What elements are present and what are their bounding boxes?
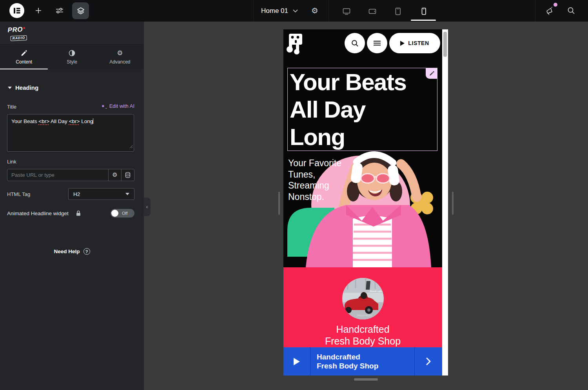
tab-style[interactable]: Style	[48, 45, 96, 69]
device-mobile-button[interactable]	[416, 5, 432, 17]
tab-advanced[interactable]: ⚙ Advanced	[96, 45, 144, 69]
listen-button[interactable]: LISTEN	[389, 33, 440, 53]
card-caption[interactable]: Handcrafted Fresh Body Shop	[325, 323, 401, 347]
hamburger-icon	[373, 40, 381, 46]
toolbar-divider	[328, 0, 329, 22]
ai-sparkle-icon: ✦ˍ	[101, 103, 107, 109]
title-br-token: <br>	[38, 118, 49, 124]
link-options-button[interactable]: ⚙	[108, 169, 121, 181]
title-text: All Day	[49, 118, 69, 124]
animated-headline-toggle[interactable]: Off	[111, 209, 134, 218]
link-label: Link	[7, 159, 16, 165]
page-selector-label: Home 01	[261, 7, 288, 15]
heading-line: All Day	[290, 96, 437, 123]
html-tag-select[interactable]: H2	[68, 188, 134, 200]
menu-button[interactable]	[367, 33, 387, 53]
toolbar-divider	[535, 0, 535, 22]
card-caption-line: Fresh Body Shop	[325, 335, 401, 347]
link-url-input[interactable]	[7, 169, 108, 181]
need-help-link[interactable]: Need Help ?	[0, 248, 144, 255]
preview-page: LISTEN	[283, 29, 442, 375]
photo-script-text: Handcrafted	[369, 290, 384, 293]
horizontal-scrollbar[interactable]	[354, 378, 378, 381]
plus-icon	[35, 7, 42, 14]
device-tablet-button[interactable]	[390, 5, 406, 17]
device-desktop-button[interactable]	[339, 5, 354, 17]
site-settings-button[interactable]: ⚙	[309, 4, 321, 17]
resize-handle-left[interactable]	[278, 192, 280, 215]
player-title-line: Fresh Body Shop	[317, 361, 414, 371]
player-play-button[interactable]	[283, 347, 310, 375]
selected-heading-widget[interactable]: Your Beats All Day Long	[287, 68, 437, 151]
link-field-group: ⚙	[7, 169, 134, 181]
heading-line: Long	[290, 123, 437, 151]
elementor-panel: PRO RADIO Content Style ⚙ Advanced Headi…	[0, 22, 144, 390]
tab-label: Content	[16, 59, 32, 65]
tab-label: Style	[67, 59, 77, 65]
play-icon	[400, 41, 405, 46]
navigator-button[interactable]	[72, 2, 89, 19]
elementor-logo[interactable]	[9, 3, 24, 18]
tab-label: Advanced	[109, 59, 130, 65]
card-caption-line: Handcrafted	[325, 323, 401, 335]
preview-scrollbar-track[interactable]	[442, 29, 448, 375]
chevron-down-icon	[293, 9, 298, 13]
listen-label: LISTEN	[408, 40, 429, 46]
vintage-car-photo: Handcrafted FRESH BODY	[342, 278, 384, 319]
player-track-title[interactable]: Handcrafted Fresh Body Shop	[310, 347, 414, 375]
resize-handle-right[interactable]	[452, 192, 454, 215]
edit-with-ai-button[interactable]: ✦ˍ Edit with AI	[101, 103, 134, 109]
layers-icon	[76, 7, 85, 15]
finder-search-button[interactable]	[565, 4, 577, 17]
chevron-down-icon	[125, 193, 129, 195]
widget-edit-handle[interactable]	[426, 68, 437, 79]
add-element-button[interactable]	[32, 4, 45, 17]
notification-dot	[554, 3, 557, 7]
preview-scrollbar-thumb[interactable]	[443, 32, 447, 57]
brand-bottom-text: RADIO	[10, 35, 27, 41]
tablet-icon	[394, 7, 401, 15]
player-bar: Handcrafted Fresh Body Shop	[283, 347, 442, 375]
device-laptop-button[interactable]	[365, 5, 380, 17]
settings-sliders-button[interactable]	[53, 4, 66, 17]
html-tag-label: HTML Tag	[7, 191, 30, 197]
site-logo[interactable]	[285, 33, 304, 57]
brand-top-text: PRO	[7, 25, 27, 34]
gear-icon: ⚙	[112, 172, 117, 178]
whats-new-button[interactable]	[544, 4, 556, 17]
svg-text:FRESH BODY: FRESH BODY	[357, 314, 372, 317]
subtitle-line: Tunes,	[288, 169, 341, 180]
player-title-line: Handcrafted	[317, 352, 414, 362]
section-heading-toggle[interactable]: Heading	[8, 84, 38, 91]
mobile-icon	[421, 7, 427, 15]
pro-radio-logo[interactable]: PRO RADIO	[7, 25, 27, 41]
hero-section: Your Beats All Day Long Your Favorite Tu…	[283, 68, 442, 267]
active-device-underline	[411, 20, 436, 21]
panel-collapse-handle[interactable]: ‹	[143, 198, 151, 216]
animated-headline-label: Animated Headline widget	[7, 210, 69, 216]
toggle-knob	[111, 210, 118, 217]
dynamic-tags-button[interactable]	[121, 169, 134, 181]
gear-icon: ⚙	[117, 50, 123, 56]
hero-subtitle[interactable]: Your Favorite Tunes, Streaming Nonstop.	[288, 158, 341, 202]
gear-icon: ⚙	[311, 7, 318, 15]
music-note-logo-icon	[285, 33, 304, 56]
page-selector-dropdown[interactable]: Home 01	[261, 0, 298, 22]
megaphone-icon	[545, 6, 555, 15]
text-cursor	[93, 118, 93, 124]
subtitle-line: Streaming	[288, 180, 341, 191]
title-textarea[interactable]: Your Beats <br> All Day <br> Long	[7, 114, 134, 152]
heading-line: Your Beats	[290, 69, 437, 96]
resize-handle[interactable]	[129, 143, 133, 151]
search-button[interactable]	[345, 33, 365, 53]
section-title: Heading	[15, 84, 38, 91]
pencil-icon	[21, 50, 27, 56]
player-next-button[interactable]	[414, 347, 442, 375]
header-actions: LISTEN	[345, 33, 440, 53]
chevron-right-icon	[426, 357, 431, 365]
tab-content[interactable]: Content	[0, 45, 48, 69]
caret-down-icon	[8, 87, 12, 89]
featured-card-image[interactable]: Handcrafted FRESH BODY	[342, 278, 384, 319]
subtitle-line: Your Favorite	[288, 158, 341, 169]
pencil-icon	[429, 71, 434, 76]
